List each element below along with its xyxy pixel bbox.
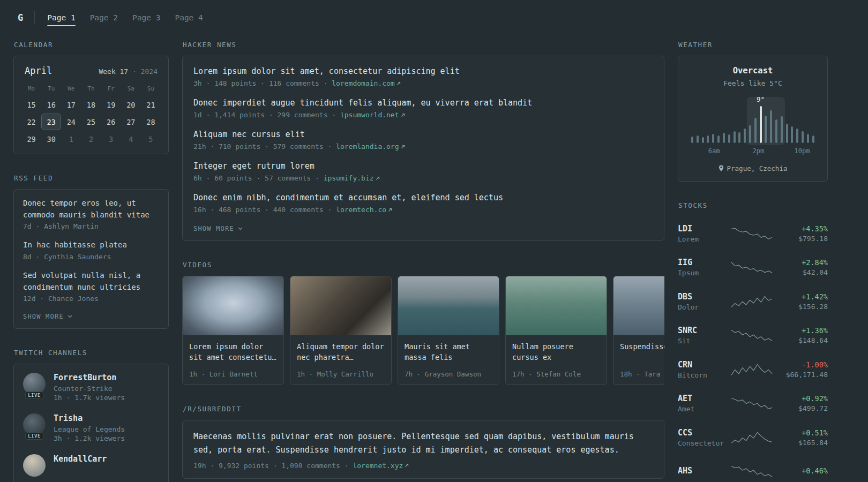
calendar-day[interactable]: 18 xyxy=(81,96,101,113)
tab-page-3[interactable]: Page 3 xyxy=(132,9,160,26)
rss-item[interactable]: In hac habitasse platea 8d · Cynthia Sau… xyxy=(23,239,159,261)
calendar-day[interactable]: 27 xyxy=(121,114,141,130)
calendar-day[interactable]: 26 xyxy=(101,114,121,130)
video-thumbnail[interactable] xyxy=(398,276,499,335)
stock-change: +0.51% xyxy=(776,428,828,437)
hn-story-meta: 3h · 148 points · 116 comments · loremdo… xyxy=(193,79,653,87)
stock-name: Dolor xyxy=(678,303,727,311)
hn-story[interactable]: Donec enim nibh, condimentum et accumsan… xyxy=(193,192,653,214)
video-thumbnail[interactable] xyxy=(183,276,283,335)
calendar-day[interactable]: 5 xyxy=(141,131,161,147)
stock-price: $42.04 xyxy=(776,268,828,276)
calendar-day-selected[interactable]: 23 xyxy=(41,114,61,130)
calendar-day[interactable]: 1 xyxy=(61,131,81,147)
stock-sparkline xyxy=(731,259,773,275)
weather-time-label: 6am xyxy=(708,147,720,155)
stock-change: -1.00% xyxy=(776,360,828,369)
channel-name[interactable]: ForrestBurton xyxy=(54,373,125,382)
video-thumbnail[interactable] xyxy=(613,276,664,335)
calendar-day[interactable]: 22 xyxy=(21,114,41,130)
calendar-day[interactable]: 28 xyxy=(141,114,161,130)
twitch-channel[interactable]: KendallCarr xyxy=(23,454,159,477)
video-card[interactable]: Aliquam tempor dolor nec pharetra… 1h · … xyxy=(290,276,392,385)
video-card[interactable]: Mauris sit amet massa felis 7h · Grayson… xyxy=(398,276,499,385)
rss-show-more-button[interactable]: SHOW MORE xyxy=(23,312,72,321)
hn-story[interactable]: Donec imperdiet augue tincidunt felis al… xyxy=(193,97,653,119)
hn-story[interactable]: Integer eget rutrum lorem 6h · 60 points… xyxy=(193,161,653,182)
calendar-day[interactable]: 4 xyxy=(121,131,141,147)
calendar-day[interactable]: 15 xyxy=(21,96,41,113)
app-logo[interactable]: G xyxy=(13,12,34,23)
calendar-header: April Week 17 · 2024 xyxy=(21,64,161,81)
rss-item[interactable]: Sed volutpat nulla nisl, a condimentum n… xyxy=(23,270,159,303)
calendar-day[interactable]: 17 xyxy=(61,96,81,113)
weather-bar xyxy=(754,118,757,143)
stock-sparkline xyxy=(731,430,773,446)
stock-row[interactable]: AET Amet +0.92% $499.72 xyxy=(678,387,828,421)
reddit-post-title[interactable]: Maecenas mollis pulvinar erat non posuer… xyxy=(193,430,653,457)
stock-row[interactable]: SNRC Sit +1.36% $148.64 xyxy=(678,319,828,353)
hn-show-more-button[interactable]: SHOW MORE xyxy=(193,224,243,234)
calendar-day[interactable]: 19 xyxy=(101,96,121,113)
hn-story-domain-link[interactable]: loremlandia.org xyxy=(336,142,405,150)
calendar-day[interactable]: 16 xyxy=(41,96,61,113)
hn-story-title[interactable]: Aliquam nec cursus elit xyxy=(193,129,653,140)
calendar-day[interactable]: 30 xyxy=(41,131,61,147)
stock-change: +0.46% xyxy=(776,466,828,475)
channel-name[interactable]: KendallCarr xyxy=(54,454,107,464)
video-meta: 1h · Lori Barnett xyxy=(189,370,277,378)
stock-sparkline xyxy=(731,395,773,411)
stock-row[interactable]: CRN Bitcorn -1.00% $66,171.48 xyxy=(678,352,828,387)
twitch-channel[interactable]: LIVE ForrestBurton Counter-Strike 1h · 1… xyxy=(23,373,159,402)
calendar-day[interactable]: 29 xyxy=(21,131,41,147)
hn-story-domain-link[interactable]: ipsumworld.net xyxy=(340,111,405,119)
video-card[interactable]: Suspendisse diam 18h · Tara xyxy=(613,276,664,385)
tab-page-4[interactable]: Page 4 xyxy=(175,9,203,26)
video-card[interactable]: Nullam posuere cursus ex 17h · Stefan Co… xyxy=(505,276,607,385)
hn-story-domain-link[interactable]: loremtech.co xyxy=(336,206,392,214)
reddit-post-stats: 19h · 9,932 points · 1,090 comments · xyxy=(193,462,349,470)
calendar-day-header: Tu xyxy=(41,81,61,96)
tab-page-2[interactable]: Page 2 xyxy=(90,9,118,26)
calendar-day[interactable]: 24 xyxy=(61,114,81,130)
calendar-day[interactable]: 25 xyxy=(81,114,101,130)
channel-name[interactable]: Trisha xyxy=(54,413,125,423)
stock-row[interactable]: LDI Lorem +4.35% $795.18 xyxy=(678,216,828,251)
hn-story-domain-link[interactable]: loremdomain.com xyxy=(332,79,400,87)
stock-row[interactable]: AHS +0.46% xyxy=(678,455,828,482)
channel-category: League of Legends xyxy=(54,425,125,433)
calendar-day-header: Mo xyxy=(21,81,41,96)
hn-story-title[interactable]: Integer eget rutrum lorem xyxy=(193,161,653,172)
dashboard-grid: CALENDAR April Week 17 · 2024 MoTuWeThFr… xyxy=(0,35,868,482)
video-card[interactable]: Lorem ipsum dolor sit amet consectetu… 1… xyxy=(182,276,284,385)
hn-story-title[interactable]: Donec imperdiet augue tincidunt felis al… xyxy=(193,97,653,109)
stock-price: $165.84 xyxy=(776,439,828,447)
calendar-week: Week 17 xyxy=(99,67,128,76)
hn-story[interactable]: Aliquam nec cursus elit 21h · 710 points… xyxy=(193,129,653,150)
stock-name: Sit xyxy=(678,337,727,345)
reddit-post-domain-link[interactable]: loremnet.xyz xyxy=(353,462,409,470)
subreddit-section: /R/SUBREDDIT Maecenas mollis pulvinar er… xyxy=(182,405,664,479)
hn-story-domain-link[interactable]: ipsumify.biz xyxy=(324,174,380,182)
calendar-day[interactable]: 2 xyxy=(81,131,101,147)
weather-time-label: 10pm xyxy=(795,147,810,155)
stock-row[interactable]: CCS Consectetur +0.51% $165.84 xyxy=(678,420,828,455)
hn-story-title[interactable]: Lorem ipsum dolor sit amet, consectetur … xyxy=(193,66,653,77)
twitch-channel[interactable]: LIVE Trisha League of Legends 3h · 1.2k … xyxy=(23,413,159,442)
tab-page-1[interactable]: Page 1 xyxy=(47,9,75,26)
rss-item-title: Sed volutpat nulla nisl, a condimentum n… xyxy=(23,270,159,293)
stock-row[interactable]: IIG Ipsum +2.84% $42.04 xyxy=(678,251,828,285)
show-more-label: SHOW MORE xyxy=(193,225,234,232)
calendar-day[interactable]: 20 xyxy=(121,96,141,113)
calendar-day[interactable]: 3 xyxy=(101,131,121,147)
stock-row[interactable]: DBS Dolor +1.42% $156.28 xyxy=(678,284,828,319)
video-thumbnail[interactable] xyxy=(290,276,391,335)
rss-item[interactable]: Donec tempor eros leo, ut commodo mauris… xyxy=(23,198,159,230)
hn-story-title[interactable]: Donec enim nibh, condimentum et accumsan… xyxy=(193,192,653,204)
stock-change: +2.84% xyxy=(776,258,828,267)
hn-story[interactable]: Lorem ipsum dolor sit amet, consectetur … xyxy=(193,66,653,87)
calendar-day[interactable]: 21 xyxy=(141,96,161,113)
avatar-wrap: LIVE xyxy=(23,413,46,436)
video-thumbnail[interactable] xyxy=(506,276,607,335)
weather-location[interactable]: Prague, Czechia xyxy=(687,162,819,175)
